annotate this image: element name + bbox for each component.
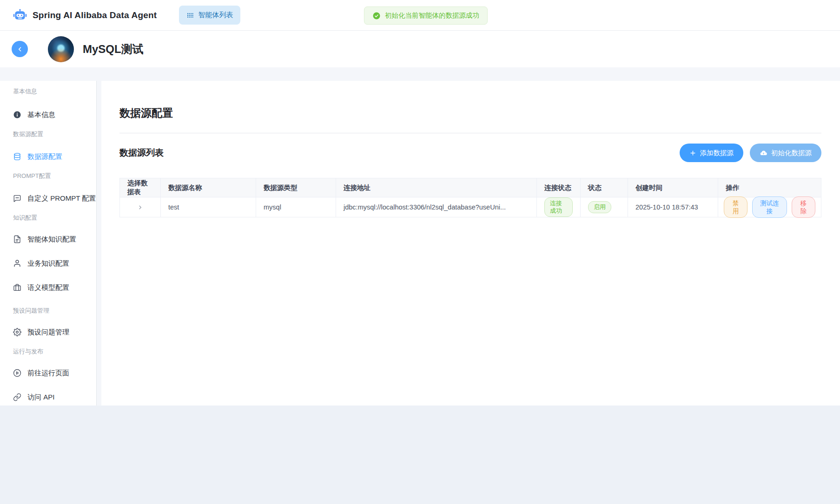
play-circle-icon xyxy=(13,369,21,377)
column-header-connection-status: 连接状态 xyxy=(537,178,581,197)
status-cell: 启用 xyxy=(581,197,628,217)
agent-list-button-label: 智能体列表 xyxy=(198,11,233,20)
remove-button[interactable]: 移除 xyxy=(792,196,815,218)
sidebar-section-label-datasource: 数据源配置 xyxy=(0,130,96,138)
sidebar-section-label-run: 运行与发布 xyxy=(0,347,96,356)
add-datasource-label: 添加数据源 xyxy=(700,149,734,157)
sidebar: 基本信息 基本信息 数据源配置 xyxy=(0,81,97,406)
page-background xyxy=(0,406,840,504)
connection-status-badge: 连接成功 xyxy=(544,197,573,217)
test-connection-button[interactable]: 测试连接 xyxy=(752,196,787,218)
sidebar-section-label-prompt: PROMPT配置 xyxy=(0,172,96,180)
column-header-url: 连接地址 xyxy=(336,178,537,197)
content-area: 基本信息 基本信息 数据源配置 xyxy=(0,81,840,406)
sidebar-item-label: 自定义 PROMPT 配置 xyxy=(27,193,96,203)
sidebar-section-label-preset: 预设问题管理 xyxy=(0,307,96,315)
created-time-cell: 2025-10-10 18:57:43 xyxy=(628,197,718,217)
column-header-name: 数据源名称 xyxy=(161,178,256,197)
link-icon xyxy=(13,393,21,401)
init-datasource-button[interactable]: 初始化数据源 xyxy=(750,144,821,162)
sidebar-item-datasource-config[interactable]: 数据源配置 xyxy=(0,151,96,162)
datasource-name-cell: test xyxy=(161,197,256,217)
sidebar-item-label: 智能体知识配置 xyxy=(27,234,76,244)
sidebar-item-agent-knowledge[interactable]: 智能体知识配置 xyxy=(0,234,96,244)
init-datasource-label: 初始化数据源 xyxy=(771,149,812,157)
datasource-type-cell: mysql xyxy=(256,197,336,217)
success-toast: 初始化当前智能体的数据源成功 xyxy=(364,7,488,25)
sidebar-item-business-knowledge[interactable]: 业务知识配置 xyxy=(0,258,96,268)
sidebar-item-label: 前往运行页面 xyxy=(27,368,69,378)
column-header-created: 创建时间 xyxy=(628,178,718,197)
info-icon xyxy=(13,111,21,119)
table-header-row: 选择数据表 数据源名称 数据源类型 连接地址 连接状态 状态 创建时间 操作 xyxy=(120,178,821,197)
connection-url-cell: jdbc:mysql://localhost:3306/nl2sql_datab… xyxy=(336,197,537,217)
column-header-type: 数据源类型 xyxy=(256,178,336,197)
expand-row-cell[interactable] xyxy=(120,197,161,217)
page: Spring AI Alibaba Data Agent 智能体列表 初始化当前… xyxy=(0,0,840,504)
sidebar-item-label: 语义模型配置 xyxy=(27,282,69,293)
chevron-left-icon xyxy=(16,45,24,53)
add-datasource-button[interactable]: 添加数据源 xyxy=(680,144,744,162)
top-navbar: Spring AI Alibaba Data Agent 智能体列表 初始化当前… xyxy=(0,0,840,31)
actions-cell: 禁用 测试连接 移除 xyxy=(718,197,821,217)
document-icon xyxy=(13,235,21,243)
sidebar-section-label-knowledge: 知识配置 xyxy=(0,214,96,222)
toolbar: 添加数据源 初始化数据源 xyxy=(680,144,822,162)
connection-status-cell: 连接成功 xyxy=(537,197,581,217)
sidebar-item-basic-info[interactable]: 基本信息 xyxy=(0,110,96,120)
agent-avatar xyxy=(48,36,74,62)
sidebar-item-label: 访问 API xyxy=(27,392,54,402)
sidebar-section-label-basic: 基本信息 xyxy=(0,87,96,96)
cloud-icon xyxy=(760,149,767,157)
database-icon xyxy=(13,152,21,161)
back-button[interactable] xyxy=(12,41,28,57)
agent-title: MySQL测试 xyxy=(83,42,144,57)
robot-logo-icon xyxy=(13,8,27,22)
sidebar-item-custom-prompt[interactable]: 自定义 PROMPT 配置 xyxy=(0,193,96,203)
column-header-actions: 操作 xyxy=(718,178,821,197)
list-header: 数据源列表 添加数据源 xyxy=(119,144,821,162)
sidebar-item-label: 基本信息 xyxy=(27,110,55,120)
page-title: 数据源配置 xyxy=(119,106,821,120)
chat-icon xyxy=(13,194,21,203)
table-row: test mysql jdbc:mysql://localhost:3306/n… xyxy=(120,197,821,217)
main-panel: 数据源配置 数据源列表 添加数据源 xyxy=(101,81,840,406)
sidebar-item-semantic-model[interactable]: 语义模型配置 xyxy=(0,282,96,293)
sidebar-item-run-page[interactable]: 前往运行页面 xyxy=(0,368,96,378)
column-header-status: 状态 xyxy=(581,178,628,197)
sidebar-item-preset-questions[interactable]: 预设问题管理 xyxy=(0,327,96,337)
sidebar-item-label: 预设问题管理 xyxy=(27,327,69,337)
chevron-right-icon xyxy=(137,204,144,211)
check-circle-icon xyxy=(372,12,381,20)
briefcase-icon xyxy=(13,283,21,292)
sidebar-main-gap xyxy=(97,81,101,406)
app-title: Spring AI Alibaba Data Agent xyxy=(33,10,157,20)
header-separator-band xyxy=(0,67,840,81)
column-header-select-table: 选择数据表 xyxy=(120,178,161,197)
agent-header: MySQL测试 xyxy=(0,31,840,67)
sidebar-item-label: 业务知识配置 xyxy=(27,258,69,268)
status-badge: 启用 xyxy=(588,201,611,213)
sidebar-item-label: 数据源配置 xyxy=(27,151,62,162)
plus-icon xyxy=(689,150,696,157)
list-title: 数据源列表 xyxy=(119,147,164,159)
user-icon xyxy=(13,259,21,268)
toast-message: 初始化当前智能体的数据源成功 xyxy=(385,11,479,20)
gear-icon xyxy=(13,328,21,336)
sidebar-item-api-access[interactable]: 访问 API xyxy=(0,392,96,402)
datasource-table: 选择数据表 数据源名称 数据源类型 连接地址 连接状态 状态 创建时间 操作 xyxy=(119,178,821,217)
agent-list-button[interactable]: 智能体列表 xyxy=(179,6,240,25)
title-divider xyxy=(119,133,821,133)
disable-button[interactable]: 禁用 xyxy=(724,196,747,218)
grid-icon xyxy=(186,12,194,19)
